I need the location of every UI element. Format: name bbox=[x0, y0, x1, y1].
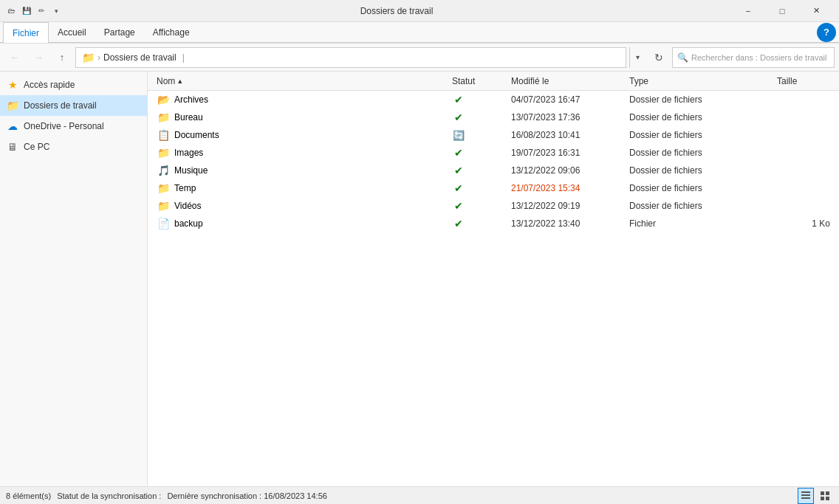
folder-temp-icon: 📁 bbox=[157, 182, 170, 195]
ribbon-tabs: Fichier Accueil Partage Affichage ? bbox=[0, 22, 839, 43]
file-name-cell: 📁 Images bbox=[154, 146, 449, 159]
address-dropdown[interactable]: ▾ bbox=[629, 47, 645, 68]
table-row[interactable]: 🎵 Musique ✔ 13/12/2022 09:06 Dossier de … bbox=[148, 162, 839, 179]
status-cell: ✔ bbox=[449, 182, 508, 195]
forward-button[interactable]: → bbox=[28, 47, 49, 68]
back-button[interactable]: ← bbox=[4, 47, 25, 68]
address-bar: ← → ↑ 📁 › Dossiers de travail | ▾ ↻ 🔍 Re… bbox=[0, 44, 839, 72]
search-box[interactable]: 🔍 Rechercher dans : Dossiers de travail bbox=[672, 47, 835, 68]
sync-icon: ✔ bbox=[452, 93, 465, 106]
type-cell: Dossier de fichiers bbox=[626, 130, 774, 140]
tiles-view-icon bbox=[820, 491, 830, 501]
main-area: ★ Accès rapide 📁 Dossiers de travail ☁ O… bbox=[0, 72, 839, 486]
modified-cell: 04/07/2023 16:47 bbox=[508, 94, 626, 105]
window-title: Dossiers de travail bbox=[62, 6, 731, 16]
modified-cell: 13/12/2022 09:06 bbox=[508, 165, 626, 176]
status-cell: 🔄 bbox=[449, 128, 508, 142]
tab-affichage[interactable]: Affichage bbox=[144, 22, 199, 43]
folder-images-icon: 📁 bbox=[157, 146, 170, 159]
path-separator: › bbox=[97, 52, 100, 63]
file-name-cell: 📁 Bureau bbox=[154, 111, 449, 124]
sidebar-item-onedrive[interactable]: ☁ OneDrive - Personal bbox=[0, 116, 147, 137]
sidebar-item-ce-pc[interactable]: 🖥 Ce PC bbox=[0, 137, 147, 157]
folder-doc-icon: 📋 bbox=[157, 128, 170, 142]
file-name: Bureau bbox=[174, 112, 203, 122]
type-cell: Dossier de fichiers bbox=[626, 201, 774, 211]
table-row[interactable]: 📁 Images ✔ 19/07/2023 16:31 Dossier de f… bbox=[148, 144, 839, 162]
col-modifie-label: Modifié le bbox=[511, 76, 549, 86]
file-name-cell: 📂 Archives bbox=[154, 93, 449, 106]
up-button[interactable]: ↑ bbox=[52, 47, 72, 68]
details-view-button[interactable] bbox=[798, 488, 814, 504]
title-icon-2: 💾 bbox=[21, 5, 32, 17]
modified-cell: 13/07/2023 17:36 bbox=[508, 112, 626, 122]
col-taille-label: Taille bbox=[777, 76, 797, 86]
sync-icon: ✔ bbox=[452, 217, 465, 230]
table-row[interactable]: 📁 Bureau ✔ 13/07/2023 17:36 Dossier de f… bbox=[148, 108, 839, 126]
col-statut-label: Statut bbox=[452, 76, 475, 86]
col-header-type[interactable]: Type bbox=[626, 76, 774, 86]
close-button[interactable]: ✕ bbox=[799, 0, 833, 22]
view-toggle bbox=[798, 488, 833, 504]
sidebar-label-acces-rapide: Accès rapide bbox=[24, 80, 75, 90]
sidebar-label-onedrive: OneDrive - Personal bbox=[24, 121, 104, 131]
col-header-statut[interactable]: Statut bbox=[449, 76, 508, 86]
svg-rect-4 bbox=[826, 491, 829, 495]
file-name-cell: 🎵 Musique bbox=[154, 164, 449, 177]
status-cell: ✔ bbox=[449, 111, 508, 124]
file-list-header: Nom ▲ Statut Modifié le Type Taille bbox=[148, 72, 839, 91]
file-name: Temp bbox=[174, 183, 196, 193]
file-name: Vidéos bbox=[174, 201, 201, 211]
sync-status-label: Statut de la synchronisation : bbox=[57, 491, 161, 500]
type-cell: Fichier bbox=[626, 218, 774, 229]
col-header-nom[interactable]: Nom ▲ bbox=[154, 76, 449, 86]
window-controls: − □ ✕ bbox=[731, 0, 833, 22]
app-icon: 🗁 bbox=[6, 5, 18, 17]
col-nom-label: Nom bbox=[157, 76, 175, 86]
col-type-label: Type bbox=[629, 76, 648, 86]
last-sync: Dernière synchronisation : 16/08/2023 14… bbox=[167, 491, 326, 500]
sidebar-item-acces-rapide[interactable]: ★ Accès rapide bbox=[0, 75, 147, 95]
modified-cell: 13/12/2022 13:40 bbox=[508, 218, 626, 229]
type-cell: Dossier de fichiers bbox=[626, 112, 774, 122]
address-path[interactable]: 📁 › Dossiers de travail | bbox=[75, 47, 626, 68]
search-icon: 🔍 bbox=[677, 52, 688, 63]
tiles-view-button[interactable] bbox=[817, 488, 833, 504]
tab-fichier[interactable]: Fichier bbox=[3, 22, 49, 43]
tab-accueil[interactable]: Accueil bbox=[49, 22, 95, 43]
sync-icon: ✔ bbox=[452, 146, 465, 159]
path-folder-icon: 📁 bbox=[82, 52, 95, 63]
col-header-modifie[interactable]: Modifié le bbox=[508, 76, 626, 86]
type-cell: Dossier de fichiers bbox=[626, 183, 774, 193]
tab-partage[interactable]: Partage bbox=[95, 22, 144, 43]
table-row[interactable]: 📁 Vidéos ✔ 13/12/2022 09:19 Dossier de f… bbox=[148, 197, 839, 215]
title-icon-3: ✏ bbox=[35, 5, 47, 17]
status-cell: ✔ bbox=[449, 199, 508, 213]
modified-cell: 13/12/2022 09:19 bbox=[508, 201, 626, 211]
sidebar-item-dossiers-de-travail[interactable]: 📁 Dossiers de travail bbox=[0, 95, 147, 116]
file-name-cell: 📁 Temp bbox=[154, 182, 449, 195]
table-row[interactable]: 📄 backup ✔ 13/12/2022 13:40 Fichier 1 Ko bbox=[148, 215, 839, 232]
sidebar-label-ce-pc: Ce PC bbox=[24, 142, 49, 152]
modified-cell: 16/08/2023 10:41 bbox=[508, 130, 626, 140]
item-count: 8 élément(s) bbox=[6, 491, 51, 500]
minimize-button[interactable]: − bbox=[731, 0, 765, 22]
title-icon-qat: ▾ bbox=[50, 5, 62, 17]
sync-icon: ✔ bbox=[452, 164, 465, 177]
title-bar-icons: 🗁 💾 ✏ ▾ bbox=[6, 5, 62, 17]
help-button[interactable]: ? bbox=[817, 23, 836, 42]
refresh-button[interactable]: ↻ bbox=[648, 47, 669, 68]
cursor-indicator: | bbox=[182, 52, 185, 63]
col-header-taille[interactable]: Taille bbox=[774, 76, 833, 86]
folder-work-icon: 📁 bbox=[6, 99, 19, 112]
title-bar: 🗁 💾 ✏ ▾ Dossiers de travail − □ ✕ bbox=[0, 0, 839, 22]
type-cell: Dossier de fichiers bbox=[626, 94, 774, 105]
maximize-button[interactable]: □ bbox=[765, 0, 799, 22]
svg-rect-3 bbox=[821, 491, 824, 495]
status-cell: ✔ bbox=[449, 146, 508, 159]
table-row[interactable]: 📋 Documents 🔄 16/08/2023 10:41 Dossier d… bbox=[148, 126, 839, 144]
table-row[interactable]: 📂 Archives ✔ 04/07/2023 16:47 Dossier de… bbox=[148, 91, 839, 108]
syncing-icon: 🔄 bbox=[452, 128, 465, 142]
table-row[interactable]: 📁 Temp ✔ 21/07/2023 15:34 Dossier de fic… bbox=[148, 179, 839, 197]
modified-cell: 21/07/2023 15:34 bbox=[508, 183, 626, 193]
